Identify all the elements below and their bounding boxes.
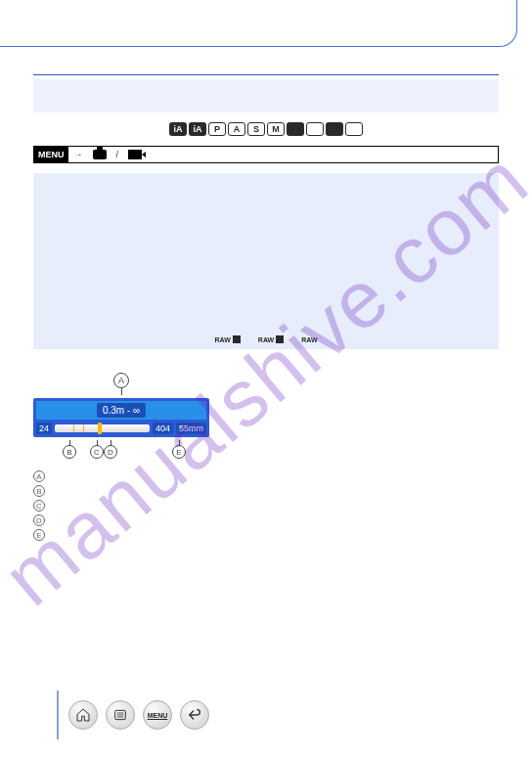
- zoom-scale-bar: 24 404 55mm: [36, 423, 206, 434]
- callout-marker: B: [33, 485, 45, 497]
- list-icon: [112, 707, 128, 723]
- zoom-display: A 0.3m - ∞ 24 404 55mm B C D E: [33, 398, 209, 463]
- mode-scene-icon: [326, 122, 343, 136]
- raw-format-row: RAW RAW RAW: [33, 335, 499, 343]
- zoom-tick: [73, 424, 74, 432]
- menu-path-bar: MENU → /: [33, 146, 499, 163]
- mode-creative-icon: [345, 122, 363, 136]
- callout-text: [51, 529, 54, 540]
- zoom-wide-value: 24: [36, 423, 52, 434]
- mode-movie-icon: [287, 122, 304, 136]
- mode-ia-icon: iA: [169, 122, 187, 136]
- callout-row: E: [33, 529, 499, 541]
- callout-marker: E: [33, 529, 45, 541]
- zoom-current-value: 404: [153, 423, 173, 434]
- menu-chip: MENU: [34, 147, 68, 162]
- mode-s-icon: S: [247, 122, 265, 136]
- callout-pointer-row: B C D E: [33, 439, 209, 463]
- callout-marker: A: [33, 470, 45, 482]
- callout-a-marker: A: [113, 373, 129, 388]
- callout-row: C: [33, 500, 499, 512]
- zoom-panel: 0.3m - ∞ 24 404 55mm: [33, 398, 209, 437]
- menu-button[interactable]: MENU: [143, 700, 172, 730]
- callout-e-marker: E: [172, 445, 186, 459]
- info-panel: RAW RAW RAW: [33, 173, 499, 349]
- callout-text: [51, 500, 54, 511]
- menu-arrow-icon: →: [68, 150, 89, 159]
- video-icon: [128, 150, 142, 159]
- home-icon: [75, 707, 91, 723]
- callout-text: [51, 485, 54, 496]
- mode-panorama-icon: [306, 122, 324, 136]
- mode-p-icon: P: [208, 122, 226, 136]
- back-icon: [187, 707, 202, 723]
- callout-c-marker: C: [90, 445, 104, 459]
- zoom-tick: [83, 424, 84, 432]
- callout-marker: C: [33, 500, 45, 512]
- zoom-focal-value: 55mm: [176, 423, 206, 434]
- callout-row: B: [33, 485, 499, 497]
- title-band: [33, 79, 499, 112]
- footer-divider: [57, 690, 59, 739]
- zoom-track: [55, 424, 150, 432]
- section-divider: [33, 74, 499, 75]
- callout-marker: D: [33, 514, 45, 526]
- camera-icon: [93, 150, 107, 159]
- focus-range-row: 0.3m - ∞: [36, 401, 206, 420]
- back-button[interactable]: [180, 700, 209, 730]
- mode-m-icon: M: [267, 122, 285, 136]
- page-content: iA iA P A S M MENU → / RAW RAW RAW A 0.3…: [33, 74, 499, 544]
- menu-button-label: MENU: [148, 712, 168, 719]
- zoom-slider-handle: [98, 423, 102, 434]
- mode-iaplus-icon: iA: [189, 122, 206, 136]
- callout-row: D: [33, 514, 499, 526]
- raw-fine-item: RAW: [214, 335, 240, 343]
- callout-text: [51, 514, 54, 525]
- callout-row: A: [33, 470, 499, 482]
- callout-text: [51, 470, 54, 481]
- menu-slash: /: [111, 150, 125, 159]
- raw-only-item: RAW: [301, 335, 317, 343]
- list-button[interactable]: [106, 700, 135, 730]
- home-button[interactable]: [68, 700, 98, 730]
- callout-b-marker: B: [63, 445, 76, 459]
- top-panel-edge: [0, 0, 517, 47]
- callout-d-marker: D: [104, 445, 117, 459]
- mode-icon-row: iA iA P A S M: [33, 122, 499, 136]
- raw-std-item: RAW: [258, 335, 284, 343]
- callout-list: A B C D E: [33, 470, 499, 541]
- footer-nav: MENU: [57, 690, 209, 739]
- mode-a-icon: A: [228, 122, 245, 136]
- focus-range-value: 0.3m - ∞: [97, 403, 146, 418]
